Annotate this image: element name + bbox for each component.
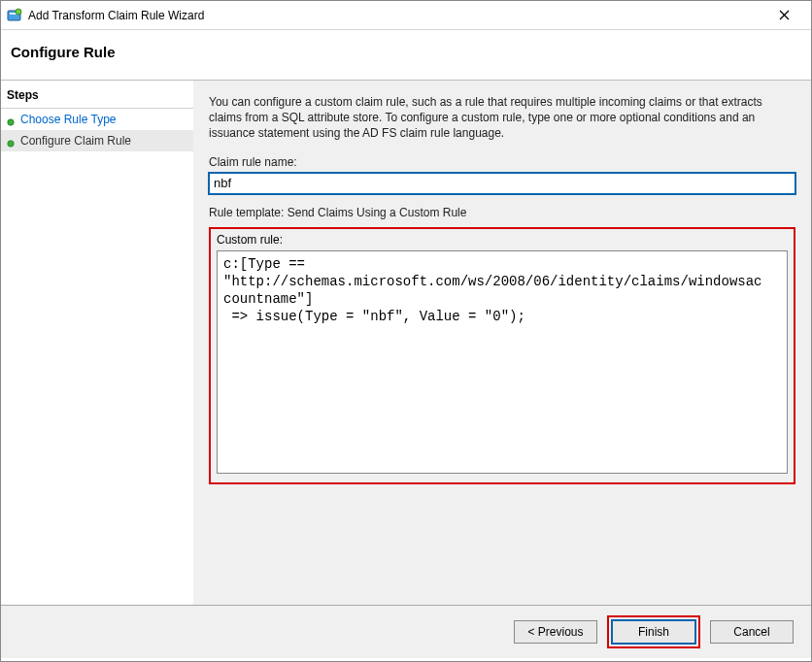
page-header: Configure Rule — [1, 30, 811, 81]
titlebar: Add Transform Claim Rule Wizard — [1, 1, 811, 30]
previous-button[interactable]: < Previous — [514, 620, 597, 644]
rule-template-label: Rule template: Send Claims Using a Custo… — [209, 206, 795, 219]
svg-point-6 — [8, 141, 14, 147]
svg-point-5 — [8, 119, 14, 125]
finish-highlight: Finish — [607, 615, 700, 648]
close-button[interactable] — [764, 1, 803, 29]
custom-rule-textarea[interactable] — [217, 250, 788, 474]
step-configure-claim-rule[interactable]: Configure Claim Rule — [1, 130, 193, 151]
content-panel: You can configure a custom claim rule, s… — [193, 81, 811, 605]
window-title: Add Transform Claim Rule Wizard — [28, 9, 764, 22]
cancel-button[interactable]: Cancel — [710, 620, 794, 644]
claim-rule-name-input[interactable] — [209, 173, 795, 194]
steps-header: Steps — [1, 84, 193, 109]
custom-rule-label: Custom rule: — [217, 233, 788, 247]
bullet-icon — [7, 116, 15, 123]
finish-button[interactable]: Finish — [612, 620, 695, 644]
footer: < Previous Finish Cancel — [1, 606, 811, 658]
step-label: Choose Rule Type — [20, 113, 117, 126]
svg-point-2 — [16, 9, 21, 15]
bullet-icon — [7, 137, 15, 145]
step-label: Configure Claim Rule — [20, 134, 131, 148]
claim-rule-name-label: Claim rule name: — [209, 155, 795, 169]
step-choose-rule-type[interactable]: Choose Rule Type — [1, 109, 193, 130]
main-area: Steps Choose Rule Type Configure Claim R… — [1, 81, 811, 606]
custom-rule-highlight: Custom rule: — [209, 227, 795, 484]
page-title: Configure Rule — [11, 44, 801, 60]
close-icon — [779, 10, 790, 20]
description-text: You can configure a custom claim rule, s… — [209, 94, 795, 142]
wizard-icon — [7, 8, 22, 23]
steps-panel: Steps Choose Rule Type Configure Claim R… — [1, 81, 193, 605]
